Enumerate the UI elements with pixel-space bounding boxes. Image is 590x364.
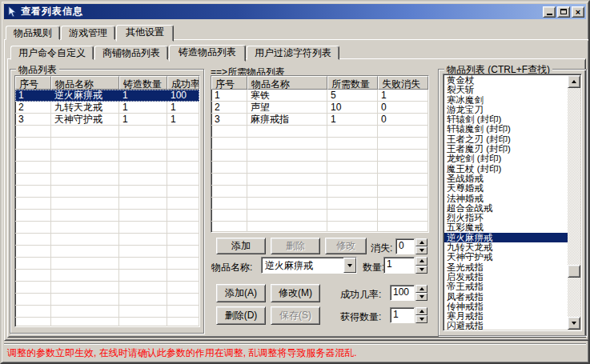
- obtain-qty-value[interactable]: 1: [390, 307, 415, 323]
- success-rate-stepper[interactable]: 100: [390, 285, 427, 301]
- chevron-up-icon[interactable]: [415, 285, 427, 293]
- list-item[interactable]: 逆火麻痹戒: [444, 233, 568, 242]
- tab-forge-items[interactable]: 铸造物品列表: [169, 45, 246, 62]
- cell: [247, 186, 327, 198]
- list-item[interactable]: 九转天龙戒: [444, 242, 568, 252]
- chevron-up-icon[interactable]: [415, 257, 427, 266]
- tab-shop-items[interactable]: 商铺物品列表: [94, 46, 168, 60]
- scrollbar-track[interactable]: [568, 88, 580, 317]
- tab-game-management[interactable]: 游戏管理: [61, 26, 115, 40]
- forge-add-button[interactable]: 添加(A): [216, 284, 266, 302]
- cell: [211, 174, 247, 186]
- list-item[interactable]: 轩辕魔剑 (封印): [444, 124, 568, 134]
- list-item[interactable]: 黄金杖: [444, 75, 568, 85]
- list-item[interactable]: 法神婚戒: [444, 194, 568, 203]
- table-row[interactable]: 3麻痹戒指10: [211, 114, 428, 126]
- list-item[interactable]: 圣光戒指: [444, 262, 568, 272]
- list-item[interactable]: 王者魔刃 (封印): [444, 144, 568, 154]
- list-item[interactable]: 魔王杖 (封印): [444, 164, 568, 174]
- chevron-down-icon[interactable]: [415, 315, 427, 323]
- disappear-stepper[interactable]: 0: [395, 238, 427, 254]
- column-header[interactable]: 所需数量: [327, 76, 378, 90]
- forge-modify-button[interactable]: 修改(M): [271, 284, 320, 302]
- column-header[interactable]: 序号: [211, 76, 247, 90]
- table-row[interactable]: 1寒铁51: [211, 90, 428, 102]
- disappear-value[interactable]: 0: [395, 238, 415, 254]
- list-item[interactable]: 圣战婚戒: [444, 174, 568, 183]
- cell: [119, 210, 167, 222]
- list-item[interactable]: 游龙宝刀: [444, 105, 568, 114]
- list-item[interactable]: 王者之刃 (封印): [444, 134, 568, 144]
- column-header[interactable]: 序号: [15, 76, 51, 90]
- chevron-down-icon[interactable]: [343, 258, 356, 273]
- chevron-up-icon[interactable]: [415, 238, 427, 246]
- cell: [167, 186, 199, 198]
- success-rate-value[interactable]: 100: [390, 285, 415, 301]
- cell: [247, 138, 327, 150]
- required-item-table[interactable]: 序号 物品名称 所需数量 失败消失 1寒铁512声望1003麻痹戒指10: [211, 75, 429, 233]
- vertical-scrollbar[interactable]: [568, 75, 580, 330]
- column-header[interactable]: 物品名称: [51, 76, 119, 90]
- list-item[interactable]: 裂天斩: [444, 85, 568, 94]
- column-header[interactable]: 失败消失: [378, 76, 428, 90]
- column-header[interactable]: 成功率: [167, 76, 199, 90]
- tab-item-rules[interactable]: 物品规则: [6, 26, 60, 40]
- list-item[interactable]: 龙蛇剑 (封印): [444, 154, 568, 163]
- list-item[interactable]: 天尊婚戒: [444, 183, 568, 193]
- table-row[interactable]: 2声望100: [211, 102, 428, 114]
- forge-item-table[interactable]: 序号 物品名称 铸造数量 成功率 1逆火麻痹戒11002九转天龙戒113天神守护…: [14, 75, 200, 327]
- scrollbar-thumb[interactable]: [568, 265, 580, 278]
- list-item[interactable]: 天神守护戒: [444, 252, 568, 262]
- forge-delete-button[interactable]: 删除(D): [216, 306, 266, 325]
- cell: 1: [378, 90, 428, 102]
- column-header[interactable]: 铸造数量: [119, 76, 167, 90]
- chevron-down-icon[interactable]: [415, 293, 427, 301]
- obtain-qty-stepper[interactable]: 1: [390, 307, 427, 323]
- list-item[interactable]: 凤者戒指: [444, 292, 568, 302]
- minimize-icon: [547, 14, 552, 15]
- tab-other-settings[interactable]: 其他设置: [116, 25, 174, 42]
- required-add-button[interactable]: 添加: [216, 238, 266, 254]
- quantity-value[interactable]: 1: [383, 257, 415, 274]
- list-item[interactable]: 超合金战戒: [444, 203, 568, 213]
- minimize-button[interactable]: [543, 6, 556, 18]
- chevron-down-icon[interactable]: [415, 266, 427, 274]
- chevron-down-icon[interactable]: [415, 246, 427, 254]
- maximize-button[interactable]: [557, 6, 570, 18]
- table-row[interactable]: 1逆火麻痹戒1100: [15, 90, 199, 102]
- arrow-down-icon[interactable]: [568, 317, 580, 330]
- dialog-window: 查看列表信息 × 物品规则 游戏管理 其他设置 用户命令自定义 商铺物品列表 铸…: [0, 0, 590, 364]
- required-delete-button[interactable]: 删除: [271, 238, 320, 254]
- list-item[interactable]: 寒冰魔剑: [444, 95, 568, 105]
- close-button[interactable]: ×: [572, 6, 584, 18]
- arrow-up-icon[interactable]: [568, 75, 580, 88]
- list-item[interactable]: 传神戒指: [444, 302, 568, 311]
- main-tab-strip: 物品规则 游戏管理 其他设置: [6, 25, 175, 40]
- list-item[interactable]: 烈火指环: [444, 213, 568, 222]
- list-item[interactable]: 轩辕剑 (封印): [444, 114, 568, 124]
- cell: [15, 258, 51, 270]
- chevron-up-icon[interactable]: [415, 307, 427, 315]
- cell: 天神守护戒: [51, 114, 119, 126]
- list-item[interactable]: 闪避戒指: [444, 321, 568, 330]
- cell: [119, 306, 167, 318]
- quantity-stepper[interactable]: 1: [383, 257, 427, 274]
- list-item[interactable]: 寒月戒指: [444, 311, 568, 321]
- item-listbox[interactable]: 黄金杖裂天斩寒冰魔剑游龙宝刀轩辕剑 (封印)轩辕魔剑 (封印)王者之刃 (封印)…: [444, 75, 568, 330]
- column-header[interactable]: 物品名称: [247, 76, 327, 90]
- list-item[interactable]: 启发戒指: [444, 272, 568, 282]
- tab-filter-words[interactable]: 用户过滤字符列表: [247, 46, 339, 60]
- required-modify-button[interactable]: 修改: [325, 238, 367, 254]
- title-bar[interactable]: 查看列表信息 ×: [4, 4, 586, 19]
- table-row-empty: [15, 162, 199, 174]
- cell: 5: [327, 90, 378, 102]
- forge-save-button[interactable]: 保存(S): [271, 306, 320, 325]
- list-item[interactable]: 帝王戒指: [444, 282, 568, 291]
- table-row[interactable]: 3天神守护戒11: [15, 114, 199, 126]
- tab-user-commands[interactable]: 用户命令自定义: [10, 46, 94, 60]
- list-item[interactable]: 五彩魔戒: [444, 222, 568, 232]
- cell: 九转天龙戒: [51, 102, 119, 114]
- table-row[interactable]: 2九转天龙戒11: [15, 102, 199, 114]
- quantity-label: 数量:: [363, 261, 384, 274]
- item-name-dropdown[interactable]: 逆火麻痹戒: [261, 257, 357, 274]
